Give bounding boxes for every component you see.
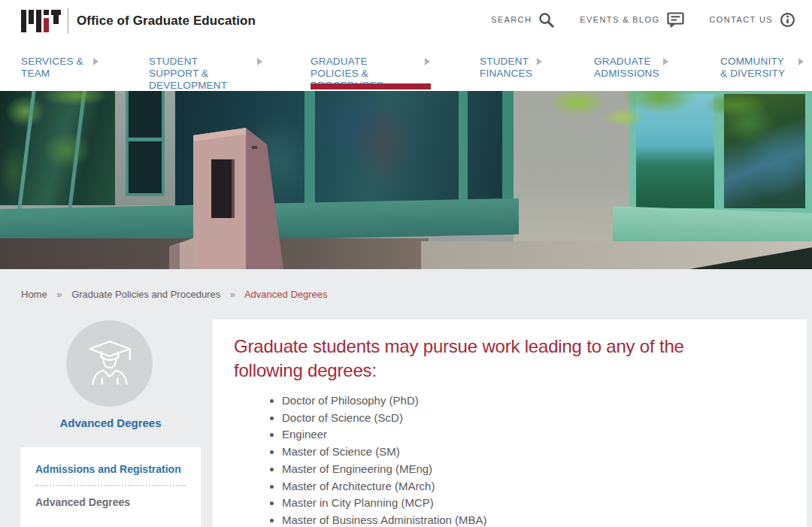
chevron-right-icon bbox=[798, 58, 804, 65]
mit-logo-bar bbox=[36, 10, 41, 32]
degree-item: Master of Science (SM) bbox=[282, 444, 777, 461]
hero-banner: Advanced Degrees bbox=[0, 91, 812, 269]
section-avatar bbox=[66, 320, 153, 407]
brand-divider bbox=[68, 8, 68, 34]
sidebar-section-title: Advanced Degrees bbox=[20, 416, 201, 429]
nav-item-label: STUDENT SUPPORT & DEVELOPMENT bbox=[149, 56, 248, 92]
degree-item: Master in City Planning (MCP) bbox=[282, 495, 777, 512]
info-icon bbox=[780, 12, 795, 28]
nav-item-student-support[interactable]: STUDENT SUPPORT & DEVELOPMENT bbox=[149, 56, 262, 92]
content-area: Home » Graduate Policies and Procedures … bbox=[0, 269, 812, 527]
breadcrumb-separator: » bbox=[230, 289, 235, 300]
breadcrumb-current: Advanced Degrees bbox=[244, 289, 328, 300]
nav-item-graduate-policies[interactable]: GRADUATE POLICIES & PROCEDURES bbox=[311, 56, 430, 92]
hero-window-mullion bbox=[502, 91, 514, 211]
contact-us-label: CONTACT US bbox=[710, 15, 774, 24]
main-panel: Graduate students may pursue work leadin… bbox=[213, 320, 807, 527]
mit-logo-bar bbox=[21, 10, 26, 32]
mit-logo-dot bbox=[44, 10, 49, 15]
search-link[interactable]: SEARCH bbox=[491, 12, 554, 28]
search-label: SEARCH bbox=[491, 15, 532, 24]
degree-list: Doctor of Philosophy (PhD) Doctor of Sci… bbox=[234, 392, 777, 527]
site-title[interactable]: Office of Graduate Education bbox=[77, 14, 256, 29]
search-icon bbox=[538, 12, 554, 28]
site-header: Office of Graduate Education SEARCH EVEN… bbox=[0, 0, 812, 39]
nav-item-label: COMMUNITY & DIVERSITY bbox=[720, 56, 789, 80]
contact-us-link[interactable]: CONTACT US bbox=[710, 12, 796, 28]
chat-icon bbox=[667, 12, 684, 28]
breadcrumb-graduate-policies[interactable]: Graduate Policies and Procedures bbox=[71, 289, 220, 300]
breadcrumb-home[interactable]: Home bbox=[21, 289, 47, 300]
content-heading: Graduate students may pursue work leadin… bbox=[234, 335, 745, 383]
hero-window-mullion bbox=[304, 91, 315, 211]
nav-item-label: GRADUATE ADMISSIONS bbox=[594, 56, 654, 80]
breadcrumb: Home » Graduate Policies and Procedures … bbox=[21, 289, 328, 300]
sidebar-menu: Admissions and Registration Advanced Deg… bbox=[20, 447, 201, 527]
nav-item-community-diversity[interactable]: COMMUNITY & DIVERSITY bbox=[720, 56, 804, 80]
brand-area: Office of Graduate Education bbox=[21, 8, 256, 34]
nav-item-label: STUDENT FINANCES bbox=[480, 56, 528, 80]
chevron-right-icon bbox=[663, 58, 668, 65]
degree-item: Master of Business Administration (MBA) bbox=[282, 512, 777, 527]
sidebar-item-admissions-and-registration[interactable]: Admissions and Registration bbox=[35, 463, 186, 486]
degree-item: Master of Architecture (MArch) bbox=[282, 478, 777, 495]
breadcrumb-separator: » bbox=[56, 289, 62, 300]
mit-logo-bar bbox=[29, 10, 34, 24]
utility-nav: SEARCH EVENTS & BLOG bbox=[491, 0, 795, 39]
hero-window-mullion bbox=[129, 138, 162, 141]
degree-item: Doctor of Philosophy (PhD) bbox=[282, 392, 777, 410]
mit-logo-t-cap bbox=[51, 10, 61, 15]
primary-nav: SERVICES & TEAM STUDENT SUPPORT & DEVELO… bbox=[0, 39, 812, 91]
events-blog-label: EVENTS & BLOG bbox=[580, 15, 659, 24]
events-blog-link[interactable]: EVENTS & BLOG bbox=[580, 12, 683, 28]
mit-logo-red-stem bbox=[44, 18, 49, 32]
hero-sculpture bbox=[169, 125, 304, 269]
hero-narrow-window bbox=[126, 91, 165, 196]
sidebar-item-advanced-degrees[interactable]: Advanced Degrees bbox=[35, 486, 186, 508]
nav-item-label: GRADUATE POLICIES & PROCEDURES bbox=[311, 56, 416, 92]
mit-logo-t-stem bbox=[53, 15, 59, 24]
chevron-right-icon bbox=[257, 58, 262, 65]
nav-item-label: SERVICES & TEAM bbox=[21, 56, 84, 80]
page: Office of Graduate Education SEARCH EVEN… bbox=[0, 0, 812, 527]
mit-logo-icon[interactable] bbox=[21, 10, 61, 32]
degree-item: Engineer bbox=[282, 426, 777, 444]
nav-item-graduate-admissions[interactable]: GRADUATE ADMISSIONS bbox=[594, 56, 668, 80]
graduate-icon bbox=[82, 335, 138, 393]
degree-item: Master of Engineering (MEng) bbox=[282, 461, 777, 478]
hero-foliage bbox=[526, 91, 782, 135]
hero-window-mullion bbox=[459, 91, 468, 211]
degree-item: Doctor of Science (ScD) bbox=[282, 410, 777, 427]
nav-item-services-team[interactable]: SERVICES & TEAM bbox=[21, 56, 98, 80]
nav-item-student-finances[interactable]: STUDENT FINANCES bbox=[480, 56, 542, 80]
hero-foliage bbox=[30, 91, 120, 109]
chevron-right-icon bbox=[93, 58, 98, 65]
chevron-right-icon bbox=[425, 58, 430, 65]
chevron-right-icon bbox=[537, 58, 542, 65]
